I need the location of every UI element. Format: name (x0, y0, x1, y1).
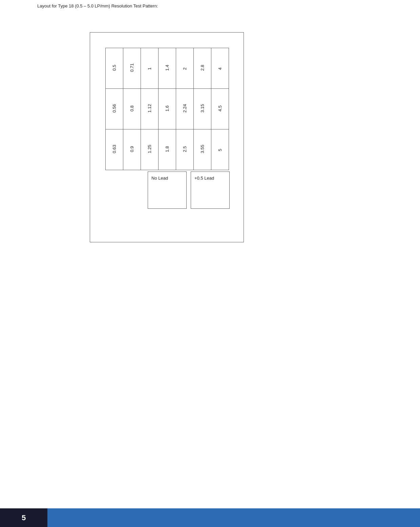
outer-box: 0.50.7111.422.840.560.81.121.62.243.154.… (90, 32, 244, 242)
bottom-boxes: No Lead +0.5 Lead (148, 171, 230, 209)
grid-cell-0-0: 0.5 (106, 48, 123, 89)
grid-cell-1-4: 2.24 (176, 89, 194, 129)
grid-container: 0.50.7111.422.840.560.81.121.62.243.154.… (105, 48, 229, 170)
grid-cell-0-1: 0.71 (123, 48, 141, 89)
plus-lead-label: +0.5 Lead (194, 175, 214, 181)
grid-cell-2-1: 0.9 (123, 129, 141, 170)
grid-cell-0-5: 2.8 (194, 48, 211, 89)
grid-cell-1-2: 1.12 (141, 89, 159, 129)
grid-cell-0-3: 1.4 (159, 48, 176, 89)
grid-cell-2-3: 1.8 (159, 129, 176, 170)
footer-bar: 5 (0, 508, 420, 527)
grid-cell-1-6: 4.5 (211, 89, 229, 129)
grid-cell-2-0: 0.63 (106, 129, 123, 170)
grid-cell-0-6: 4 (211, 48, 229, 89)
page-title: Layout for Type 18 (0.5 – 5.0 LP/mm) Res… (37, 3, 158, 8)
resolution-grid: 0.50.7111.422.840.560.81.121.62.243.154.… (105, 48, 229, 170)
grid-cell-0-4: 2 (176, 48, 194, 89)
plus-lead-box: +0.5 Lead (191, 171, 230, 209)
grid-cell-0-2: 1 (141, 48, 159, 89)
page-number: 5 (0, 508, 47, 527)
grid-cell-2-5: 3.55 (194, 129, 211, 170)
grid-cell-1-5: 3.15 (194, 89, 211, 129)
grid-cell-2-2: 1.25 (141, 129, 159, 170)
grid-cell-1-1: 0.8 (123, 89, 141, 129)
no-lead-label: No Lead (151, 175, 168, 181)
no-lead-box: No Lead (148, 171, 187, 209)
grid-cell-2-6: 5 (211, 129, 229, 170)
grid-cell-1-0: 0.56 (106, 89, 123, 129)
grid-cell-2-4: 2.5 (176, 129, 194, 170)
grid-cell-1-3: 1.6 (159, 89, 176, 129)
